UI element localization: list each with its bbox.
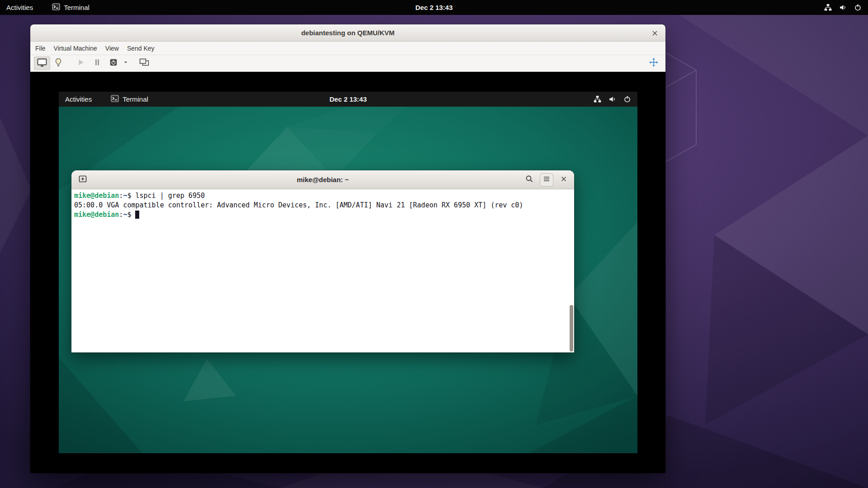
hamburger-menu-icon <box>542 175 551 185</box>
fit-arrows-icon <box>648 57 659 70</box>
new-tab-icon <box>78 174 87 185</box>
terminal-cursor <box>135 211 139 219</box>
terminal-scrollbar-thumb[interactable] <box>570 305 573 352</box>
menu-file[interactable]: File <box>31 42 50 55</box>
menu-view[interactable]: View <box>101 42 123 55</box>
close-icon <box>561 176 567 184</box>
host-system-status-area[interactable] <box>824 4 862 11</box>
host-top-bar: Activities Terminal Dec 2 13:43 <box>0 0 868 15</box>
network-icon <box>824 4 832 11</box>
power-icon <box>854 4 862 11</box>
guest-top-bar: Activities Terminal Dec 2 13:43 <box>59 92 637 107</box>
volume-icon <box>839 4 847 11</box>
console-button[interactable] <box>34 56 50 70</box>
vm-window-title: debiantesting on QEMU/KVM <box>301 29 395 37</box>
gnome-terminal-window: mike@debian: ~ <box>71 170 574 352</box>
shutdown-icon <box>108 57 118 69</box>
run-play-icon <box>76 57 86 69</box>
terminal-body[interactable]: mike@debian:~$ lspci | grep 6950 05:00.0… <box>71 189 574 352</box>
host-clock[interactable]: Dec 2 13:43 <box>415 4 453 11</box>
volume-icon <box>609 95 616 103</box>
terminal-title: mike@debian: ~ <box>297 176 349 183</box>
shutdown-menu-button[interactable] <box>122 56 130 70</box>
pause-button[interactable] <box>89 56 105 70</box>
vm-console-area[interactable]: Activities Terminal Dec 2 13:43 <box>30 72 665 473</box>
vm-close-button[interactable] <box>648 27 661 39</box>
new-tab-button[interactable] <box>76 173 90 187</box>
console-monitor-icon <box>37 57 47 70</box>
terminal-command-text: lspci | grep 6950 <box>135 192 205 200</box>
guest-screen: Activities Terminal Dec 2 13:43 <box>59 92 637 453</box>
shutdown-button[interactable] <box>105 56 122 70</box>
virt-manager-window: debiantesting on QEMU/KVM File Virtual M… <box>30 24 665 473</box>
terminal-app-icon <box>111 94 119 104</box>
terminal-close-button[interactable] <box>557 173 571 187</box>
vm-titlebar[interactable]: debiantesting on QEMU/KVM <box>30 24 665 42</box>
terminal-line-prompt: mike@debian:~$ <box>74 210 574 220</box>
terminal-app-icon <box>52 3 60 12</box>
vm-toolbar <box>30 55 665 72</box>
terminal-line-command: mike@debian:~$ lspci | grep 6950 <box>74 191 574 201</box>
menu-virtual-machine[interactable]: Virtual Machine <box>50 42 101 55</box>
vm-menubar: File Virtual Machine View Send Key <box>30 42 665 55</box>
power-icon <box>623 95 631 103</box>
menu-button[interactable] <box>540 173 553 187</box>
screens-icon <box>139 57 150 70</box>
menu-send-key[interactable]: Send Key <box>123 42 159 55</box>
guest-focused-app-indicator[interactable]: Terminal <box>111 94 148 104</box>
fullscreen-button[interactable] <box>136 56 152 70</box>
guest-focused-app-label: Terminal <box>123 95 148 103</box>
pause-icon <box>92 57 102 69</box>
guest-system-status-area[interactable] <box>594 95 631 103</box>
terminal-line-output: 05:00.0 VGA compatible controller: Advan… <box>74 201 574 210</box>
run-button[interactable] <box>73 56 89 70</box>
guest-activities-button[interactable]: Activities <box>65 95 92 103</box>
hardware-details-button[interactable] <box>50 56 66 70</box>
dropdown-caret-icon <box>123 59 129 67</box>
focused-app-label: Terminal <box>64 4 90 11</box>
guest-clock[interactable]: Dec 2 13:43 <box>330 95 367 103</box>
focused-app-indicator[interactable]: Terminal <box>52 3 90 12</box>
network-icon <box>594 95 601 103</box>
activities-button[interactable]: Activities <box>6 4 33 11</box>
search-icon <box>525 174 534 185</box>
hardware-details-lightbulb-icon <box>53 57 63 69</box>
search-button[interactable] <box>523 173 536 187</box>
terminal-headerbar[interactable]: mike@debian: ~ <box>71 170 574 189</box>
resize-to-vm-button[interactable] <box>646 56 662 70</box>
